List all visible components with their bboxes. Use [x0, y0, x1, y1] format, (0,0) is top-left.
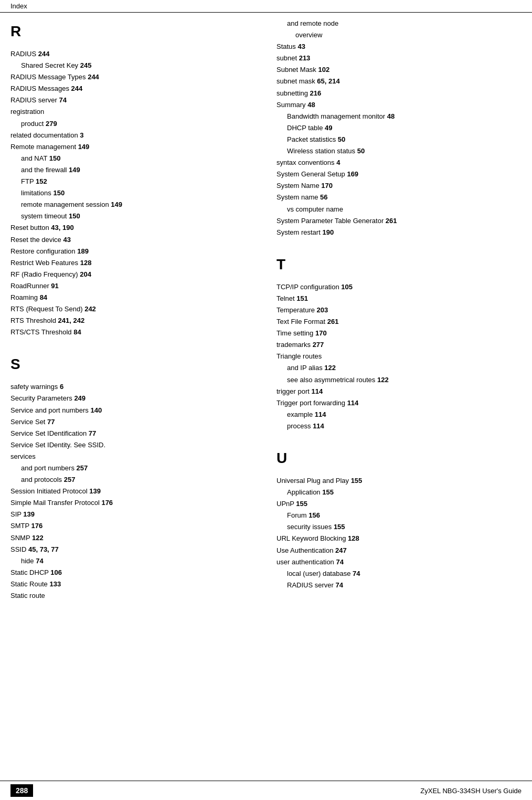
page-num: 242: [84, 305, 96, 313]
list-item: RTS Threshold 241, 242: [10, 315, 256, 327]
section-R-letter: R: [10, 23, 256, 40]
left-column: R RADIUS 244Shared Secret Key 245RADIUS …: [10, 18, 266, 602]
list-item: Static route: [10, 590, 256, 602]
page-num: 74: [353, 570, 360, 577]
right-column: and remote nodeoverviewStatus 43subnet 2…: [266, 18, 522, 602]
page-num: 43, 190: [51, 224, 73, 231]
page-num: 216: [310, 89, 322, 97]
section-T-letter: T: [276, 256, 522, 273]
page-num: 152: [36, 177, 47, 185]
list-item: safety warnings 6: [10, 381, 256, 393]
list-item: and the firewall 149: [10, 164, 256, 176]
page-num: 43: [297, 43, 305, 50]
page-num: 257: [64, 476, 76, 483]
page-num: 84: [73, 328, 81, 336]
list-item: FTP 152: [10, 176, 256, 187]
list-item: Static Route 133: [10, 578, 256, 590]
list-item: Subnet Mask 102: [276, 64, 522, 76]
list-item: example 114: [276, 409, 522, 420]
page-num: 244: [88, 73, 99, 81]
page-num: 65, 214: [317, 77, 339, 85]
list-item: syntax conventions 4: [276, 157, 522, 169]
page-num: 189: [77, 247, 89, 255]
page-num: 106: [50, 569, 62, 576]
list-item: and NAT 150: [10, 153, 256, 164]
list-item: subnet 213: [276, 52, 522, 64]
page-num: 150: [49, 154, 61, 162]
page-num: 149: [111, 201, 122, 208]
list-item: Static DHCP 106: [10, 567, 256, 578]
page-num: 247: [335, 546, 347, 554]
list-item: SIP 139: [10, 509, 256, 520]
page-num: 48: [307, 101, 315, 109]
list-item: Remote management 149: [10, 141, 256, 153]
page-num: 241, 242: [58, 317, 85, 324]
page-num: 45, 73, 77: [28, 545, 59, 553]
list-item: Bandwidth management monitor 48: [276, 111, 522, 122]
list-item: RF (Radio Frequency) 204: [10, 269, 256, 280]
list-item: Security Parameters 249: [10, 393, 256, 404]
list-item: UPnP 155: [276, 498, 522, 510]
list-item: SMTP 176: [10, 520, 256, 532]
list-item: subnet mask 65, 214: [276, 76, 522, 87]
page-num: 150: [69, 212, 80, 220]
list-item: System name 56: [276, 192, 522, 203]
page-num: 279: [46, 120, 57, 128]
list-item: security issues 155: [276, 521, 522, 533]
list-item: RADIUS server 74: [10, 94, 256, 106]
list-item: DHCP table 49: [276, 122, 522, 134]
page-num: 139: [23, 510, 35, 518]
page-num: 122: [377, 376, 389, 384]
section-S: safety warnings 6Security Parameters 249…: [10, 381, 256, 602]
list-item: and IP alias 122: [276, 362, 522, 374]
list-item: subnetting 216: [276, 88, 522, 99]
page-num: 105: [341, 283, 353, 291]
list-item: hide 74: [10, 555, 256, 567]
page-num: 91: [51, 282, 58, 290]
list-item: and port numbers 257: [10, 462, 256, 474]
list-item: Restrict Web Features 128: [10, 257, 256, 269]
list-item: Telnet 151: [276, 293, 522, 304]
list-item: System restart 190: [276, 227, 522, 238]
list-item: System Name 170: [276, 180, 522, 192]
page-section-label: Index: [10, 2, 27, 10]
list-item: RoadRunner 91: [10, 280, 256, 292]
list-item: SSID 45, 73, 77: [10, 544, 256, 555]
list-item: System Parameter Table Generator 261: [276, 215, 522, 227]
page-num: 140: [90, 406, 102, 414]
page-num: 213: [299, 54, 311, 62]
list-item: limitations 150: [10, 187, 256, 199]
list-item: Time setting 170: [276, 328, 522, 339]
list-item: RADIUS server 74: [276, 580, 522, 591]
list-item: Text File Format 261: [276, 316, 522, 328]
list-item: RADIUS Message Types 244: [10, 71, 256, 83]
page-num: 77: [89, 429, 96, 437]
page-num: 74: [335, 581, 343, 589]
list-item: remote management session 149: [10, 199, 256, 210]
page-num: 114: [311, 387, 323, 395]
page-num: 128: [80, 259, 92, 267]
list-item: and protocols 257: [10, 474, 256, 486]
page-num: 151: [296, 294, 308, 302]
list-item: local (user) database 74: [276, 568, 522, 580]
list-item: vs computer name: [276, 204, 522, 215]
list-item: Service Set 77: [10, 416, 256, 428]
section-U-letter: U: [276, 450, 522, 467]
page-num: 74: [336, 558, 343, 566]
list-item: services: [10, 451, 256, 462]
page-num: 261: [386, 217, 397, 225]
list-item: TCP/IP configuration 105: [276, 281, 522, 293]
page-num: 249: [74, 394, 86, 402]
list-item: registration: [10, 106, 256, 118]
list-item: Reset button 43, 190: [10, 222, 256, 234]
list-item: RADIUS 244: [10, 48, 256, 60]
list-item: system timeout 150: [10, 210, 256, 222]
list-item: Roaming 84: [10, 292, 256, 303]
list-item: RTS/CTS Threshold 84: [10, 327, 256, 338]
page-num: 114: [315, 410, 326, 418]
page-num: 122: [324, 364, 336, 372]
page-num: 261: [327, 318, 339, 325]
list-item: RADIUS Messages 244: [10, 83, 256, 94]
page-number: 288: [10, 784, 33, 797]
page-num: 122: [32, 534, 44, 542]
